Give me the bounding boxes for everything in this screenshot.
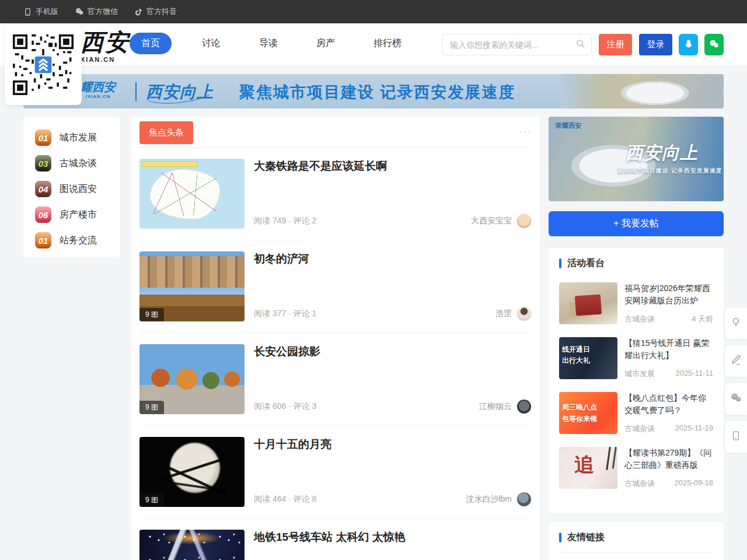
post-author[interactable]: 大西安宝宝: [471, 214, 532, 229]
section-accent-bar: [559, 533, 561, 542]
post-row: 大秦铁路是不是应该延长啊 阅读 749 · 评论 2 大西安宝宝: [139, 148, 532, 240]
banner-brand: 耀西安 IXIAN.CN: [81, 80, 116, 99]
activity-thumbnail: 周三晚八点包等你来领: [559, 392, 617, 434]
sidebar-item-oldtown-talk[interactable]: 03 古城杂谈: [35, 150, 120, 176]
post-thumbnail[interactable]: 9 图: [139, 251, 245, 321]
activity-category[interactable]: 古城杂谈: [624, 314, 655, 324]
activity-category[interactable]: 古城杂谈: [624, 424, 655, 434]
avatar[interactable]: [516, 214, 532, 229]
topbar-mobile-link[interactable]: 手机版: [23, 6, 58, 17]
post-meta: 阅读 377 · 评论 1: [254, 309, 316, 319]
wechat-login-button[interactable]: [704, 34, 724, 55]
qr-code-image: [13, 34, 74, 95]
nav-item-home[interactable]: 首页: [130, 33, 172, 54]
search-box: [442, 34, 592, 55]
sidebar-banner-title: 西安向上: [626, 141, 698, 165]
more-ellipsis-icon[interactable]: ···: [519, 127, 532, 137]
activity-time: 2025-11-19: [675, 424, 713, 434]
sidebar-item-city-dev[interactable]: 01 城市发展: [35, 125, 120, 150]
activity-category[interactable]: 城市发展: [624, 369, 655, 379]
banner-divider: [135, 82, 137, 101]
wechat-contact-button[interactable]: [725, 383, 747, 415]
post-title[interactable]: 初冬的浐河: [254, 251, 532, 267]
topbar-wechat-link[interactable]: 官方微信: [75, 6, 118, 17]
sidebar-item-realestate[interactable]: 06 房产楼市: [35, 202, 120, 228]
avatar[interactable]: [516, 492, 532, 507]
image-count-badge: 9 图: [139, 308, 164, 321]
post-title[interactable]: 大秦铁路是不是应该延长啊: [254, 159, 532, 174]
wechat-icon: [708, 38, 720, 51]
mobile-icon: [23, 8, 32, 16]
forum-badge: 06: [35, 206, 51, 223]
search-icon[interactable]: [575, 38, 585, 51]
register-button[interactable]: 注册: [599, 34, 632, 55]
nav-item-ranking[interactable]: 排行榜: [365, 33, 410, 54]
post-row: 9 图 十月十五的月亮 阅读 464 · 评论 8 汶水白沙lbm: [139, 426, 532, 519]
post-author[interactable]: 江柳烟云: [479, 399, 532, 414]
qq-login-button[interactable]: [679, 34, 698, 55]
banner-brand-en: IXIAN.CN: [81, 94, 116, 99]
post-thumbnail[interactable]: 9 图: [139, 437, 245, 507]
sidebar-item-site-affairs[interactable]: 01 站务交流: [35, 228, 120, 253]
post-author[interactable]: 汶水白沙lbm: [466, 492, 532, 507]
activity-title: 【猜15号线开通日 赢荣耀出行大礼】: [624, 337, 713, 362]
lightbulb-icon: [730, 316, 742, 330]
friend-links-title: 友情链接: [567, 531, 605, 544]
activity-thumbnail: 追: [559, 447, 617, 489]
tips-button[interactable]: [725, 307, 747, 339]
nav-item-discuss[interactable]: 讨论: [194, 33, 229, 54]
forum-badge: 04: [35, 181, 51, 197]
post-thumbnail[interactable]: [139, 159, 245, 229]
activity-item[interactable]: 线开通日出行大礼 【猜15号线开通日 赢荣耀出行大礼】 城市发展 2025-11…: [559, 337, 713, 379]
activity-title: 【晚八点红包】今年你交暖气费了吗？: [624, 392, 713, 416]
tab-focus-headlines[interactable]: 焦点头条: [139, 121, 193, 144]
post-thumbnail[interactable]: 9 图: [139, 344, 245, 414]
floating-toolbar: [725, 307, 747, 459]
post-title[interactable]: 地铁15号线车站 太科幻 太惊艳: [254, 530, 532, 545]
topbar-douyin-link[interactable]: 官方抖音: [134, 6, 177, 17]
write-post-button[interactable]: [725, 345, 747, 377]
login-button[interactable]: 登录: [639, 34, 672, 55]
activity-category[interactable]: 古城杂谈: [624, 478, 655, 489]
banner-brand-cn: 耀西安: [81, 80, 116, 94]
activity-time: 4 天前: [692, 314, 713, 324]
activity-item[interactable]: 追 【耀读书第279期】《问心三部曲》重磅再版 古城杂谈 2025-09-18: [559, 447, 713, 489]
forum-sidebar: 01 城市发展 03 古城杂谈 04 图说西安 06 房产楼市 01 站务交流: [23, 117, 120, 257]
wechat-chat-icon: [729, 391, 742, 407]
avatar[interactable]: [516, 399, 532, 414]
activity-item[interactable]: 福马贺岁|2026年荣耀西安网珍藏版台历出炉 古城杂谈 4 天前: [559, 282, 713, 324]
edit-pencil-icon: [730, 354, 742, 368]
divider: [559, 552, 713, 552]
forum-badge: 01: [35, 130, 51, 146]
post-title[interactable]: 长安公园掠影: [254, 344, 532, 360]
avatar[interactable]: [516, 306, 532, 321]
activity-item[interactable]: 周三晚八点包等你来领 【晚八点红包】今年你交暖气费了吗？ 古城杂谈 2025-1…: [559, 392, 713, 434]
post-feed: 焦点头条 ··· 大秦铁路是不是应该延长啊 阅读 749 · 评论 2 大西安宝…: [131, 117, 540, 560]
sidebar-item-photo-xian[interactable]: 04 图说西安: [35, 176, 120, 202]
activity-time: 2025-09-18: [675, 478, 714, 489]
activity-thumbnail: 线开通日出行大礼: [559, 337, 617, 379]
site-logo[interactable]: 西安 XIAN.CN: [81, 28, 130, 63]
mobile-version-button[interactable]: [725, 421, 747, 453]
search-input[interactable]: [443, 40, 575, 50]
banner-headline: 聚焦城市项目建设 记录西安发展速度: [239, 82, 516, 103]
main-nav: 首页 讨论 导读 房产 排行榜: [130, 33, 410, 54]
section-accent-bar: [559, 258, 561, 268]
image-count-badge: 9 图: [139, 401, 164, 414]
activity-thumbnail: [559, 282, 617, 324]
activity-title: 【耀读书第279期】《问心三部曲》重磅再版: [624, 447, 713, 471]
topbar-mobile-label: 手机版: [36, 6, 58, 17]
post-thumbnail[interactable]: [139, 530, 245, 560]
nav-item-realestate[interactable]: 房产: [308, 33, 343, 54]
douyin-icon: [134, 8, 143, 16]
nav-item-guide[interactable]: 导读: [251, 33, 286, 54]
post-author[interactable]: 浩罡: [495, 306, 532, 321]
post-title[interactable]: 十月十五的月亮: [254, 437, 532, 453]
create-post-button[interactable]: + 我要发帖: [549, 211, 724, 236]
stadium-photo: [560, 74, 724, 108]
sidebar-promo-banner[interactable]: 荣耀西安 西安向上 聚焦城市项目建设 记录西安发展速度: [549, 117, 724, 201]
topbar: 手机版 官方微信 官方抖音: [0, 0, 747, 23]
post-row: 9 图 初冬的浐河 阅读 377 · 评论 1 浩罡: [139, 240, 532, 333]
site-qr-code: [5, 24, 82, 105]
promo-banner[interactable]: 耀西安 IXIAN.CN 西安向上 聚焦城市项目建设 记录西安发展速度: [23, 74, 724, 108]
